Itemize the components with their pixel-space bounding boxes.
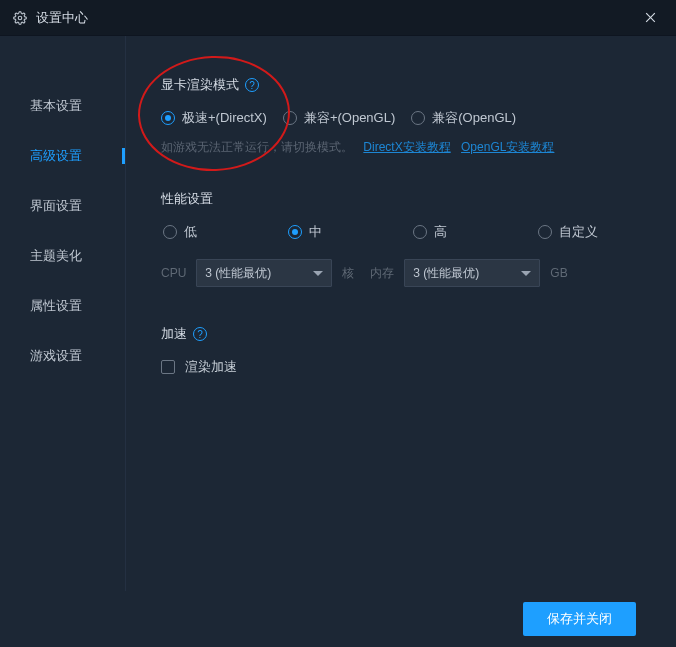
gpu-option-opengl-plus[interactable]: 兼容+(OpenGL) <box>283 109 395 127</box>
radio-label: 兼容+(OpenGL) <box>304 109 395 127</box>
cpu-label: CPU <box>161 266 186 280</box>
sidebar-item-property[interactable]: 属性设置 <box>0 281 125 331</box>
radio-label: 高 <box>434 223 447 241</box>
chevron-down-icon <box>521 271 531 276</box>
radio-label: 自定义 <box>559 223 598 241</box>
sidebar: 基本设置 高级设置 界面设置 主题美化 属性设置 游戏设置 <box>0 36 126 591</box>
radio-label: 低 <box>184 223 197 241</box>
accel-title-text: 加速 <box>161 325 187 343</box>
checkbox-label: 渲染加速 <box>185 358 237 376</box>
window-title: 设置中心 <box>36 9 88 27</box>
perf-radio-row: 低 中 高 自定义 <box>161 223 651 241</box>
render-accel-checkbox[interactable] <box>161 360 175 374</box>
radio-icon <box>538 225 552 239</box>
select-value: 3 (性能最优) <box>413 265 479 282</box>
radio-label: 极速+(DirectX) <box>182 109 267 127</box>
accel-section-title: 加速 ? <box>161 325 651 343</box>
sidebar-item-label: 高级设置 <box>30 147 82 165</box>
sidebar-item-theme[interactable]: 主题美化 <box>0 231 125 281</box>
help-icon[interactable]: ? <box>245 78 259 92</box>
perf-option-low[interactable]: 低 <box>163 223 218 241</box>
gpu-title-text: 显卡渲染模式 <box>161 76 239 94</box>
radio-label: 兼容(OpenGL) <box>432 109 516 127</box>
perf-config-row: CPU 3 (性能最优) 核 内存 3 (性能最优) GB <box>161 259 651 287</box>
perf-title-text: 性能设置 <box>161 190 213 208</box>
radio-icon <box>161 111 175 125</box>
sidebar-item-label: 游戏设置 <box>30 347 82 365</box>
gpu-option-directx[interactable]: 极速+(DirectX) <box>161 109 267 127</box>
perf-section-title: 性能设置 <box>161 190 651 208</box>
opengl-tutorial-link[interactable]: OpenGL安装教程 <box>461 140 554 154</box>
select-value: 3 (性能最优) <box>205 265 271 282</box>
sidebar-item-label: 基本设置 <box>30 97 82 115</box>
sidebar-item-game[interactable]: 游戏设置 <box>0 331 125 381</box>
sidebar-item-label: 主题美化 <box>30 247 82 265</box>
content: 显卡渲染模式 ? 极速+(DirectX) 兼容+(OpenGL) 兼容(Ope… <box>126 36 676 591</box>
sidebar-item-basic[interactable]: 基本设置 <box>0 81 125 131</box>
perf-option-high[interactable]: 高 <box>413 223 468 241</box>
perf-option-custom[interactable]: 自定义 <box>538 223 598 241</box>
gpu-section-title: 显卡渲染模式 ? <box>161 76 651 94</box>
gear-icon <box>12 10 28 26</box>
svg-point-0 <box>18 16 22 20</box>
help-icon[interactable]: ? <box>193 327 207 341</box>
close-button[interactable] <box>636 4 664 32</box>
cpu-unit: 核 <box>342 265 354 282</box>
gpu-radio-row: 极速+(DirectX) 兼容+(OpenGL) 兼容(OpenGL) <box>161 109 651 127</box>
radio-icon <box>413 225 427 239</box>
gpu-option-opengl[interactable]: 兼容(OpenGL) <box>411 109 516 127</box>
radio-label: 中 <box>309 223 322 241</box>
cpu-select[interactable]: 3 (性能最优) <box>196 259 332 287</box>
sidebar-item-advanced[interactable]: 高级设置 <box>0 131 125 181</box>
perf-option-medium[interactable]: 中 <box>288 223 343 241</box>
render-accel-row: 渲染加速 <box>161 358 651 376</box>
sidebar-item-label: 界面设置 <box>30 197 82 215</box>
gpu-hint: 如游戏无法正常运行，请切换模式。 DirectX安装教程 OpenGL安装教程 <box>161 139 651 156</box>
radio-icon <box>288 225 302 239</box>
mem-label: 内存 <box>370 265 394 282</box>
radio-icon <box>283 111 297 125</box>
titlebar: 设置中心 <box>0 0 676 36</box>
hint-text: 如游戏无法正常运行，请切换模式。 <box>161 140 353 154</box>
sidebar-item-label: 属性设置 <box>30 297 82 315</box>
mem-select[interactable]: 3 (性能最优) <box>404 259 540 287</box>
radio-icon <box>163 225 177 239</box>
sidebar-item-ui[interactable]: 界面设置 <box>0 181 125 231</box>
footer: 保存并关闭 <box>0 591 676 647</box>
mem-unit: GB <box>550 266 567 280</box>
radio-icon <box>411 111 425 125</box>
directx-tutorial-link[interactable]: DirectX安装教程 <box>363 140 450 154</box>
save-close-button[interactable]: 保存并关闭 <box>523 602 636 636</box>
chevron-down-icon <box>313 271 323 276</box>
